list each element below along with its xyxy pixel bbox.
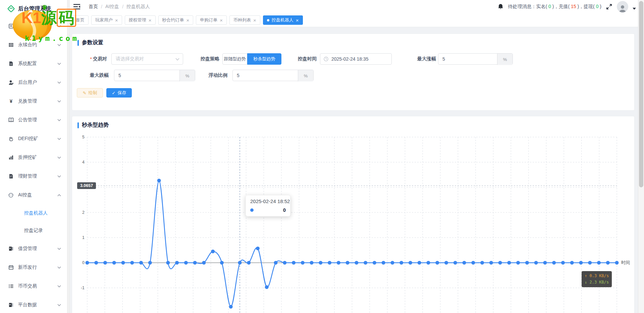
svg-text:时间: 时间 — [621, 260, 630, 265]
svg-text:¥: ¥ — [9, 99, 12, 104]
breadcrumb-ai-control[interactable]: AI控盘 — [105, 4, 119, 10]
network-speed-overlay: ↑ 0.3 KB/s ↓ 2.3 KB/s — [582, 271, 612, 287]
tab-控盘机器人[interactable]: 控盘机器人× — [263, 15, 303, 25]
close-tab-icon[interactable]: × — [220, 18, 223, 23]
chart-card-title: 秒杀型趋势 — [77, 122, 109, 129]
close-tab-icon[interactable]: × — [115, 18, 118, 23]
tab-玩家用户[interactable]: 玩家用户× — [91, 15, 122, 25]
chart-title-text: 秒杀型趋势 — [82, 122, 109, 129]
clock-icon — [324, 57, 328, 61]
sidebar-item-DEFI挖矿[interactable]: DEFI挖矿 — [0, 129, 67, 148]
svg-text:5: 5 — [82, 135, 85, 139]
chevron-down-icon — [57, 25, 61, 27]
max-rise-label: 最大涨幅 — [414, 53, 436, 65]
trend-line-chart[interactable]: 54210-13.0657时间 — [72, 133, 635, 313]
series-dot-icon — [250, 208, 254, 212]
sidebar-item-新币发行[interactable]: 新币发行 — [0, 258, 67, 277]
sidebar-item-系统配置[interactable]: 系统配置 — [0, 54, 67, 73]
breadcrumb-separator: / — [101, 4, 102, 9]
svg-text:0: 0 — [82, 260, 85, 265]
svg-text:3.0657: 3.0657 — [80, 183, 93, 188]
draw-button[interactable]: ✎ 绘制 — [77, 88, 103, 98]
chevron-down-icon — [57, 285, 61, 288]
svg-text:-1: -1 — [81, 286, 85, 290]
close-tab-icon[interactable]: × — [253, 18, 256, 23]
control-time-label: 控盘时间 — [294, 53, 317, 65]
sidebar-item-币币交易[interactable]: 币币交易 — [0, 277, 67, 296]
trading-pair-label: * 交易对 — [82, 53, 107, 65]
title-accent-bar — [77, 122, 79, 128]
breadcrumb-home[interactable]: 首页 — [89, 4, 98, 10]
close-tab-icon[interactable]: × — [186, 18, 190, 23]
active-tab-dot-icon — [267, 19, 269, 21]
top-header: 首页 / AI控盘 / 控盘机器人 待处理消息：实名( 0 )，充值( 15 )… — [70, 0, 644, 13]
chevron-down-icon — [57, 175, 61, 178]
sidebar-item-兑换管理[interactable]: ¥ 兑换管理 — [0, 92, 67, 111]
trading-pair-select[interactable]: 请选择交易对 — [111, 53, 183, 65]
page-scrollbar-thumb[interactable] — [639, 1, 643, 187]
params-card-title: 参数设置 — [77, 39, 103, 46]
tooltip-value: 0 — [283, 207, 286, 213]
sidebar-item-后台用户[interactable]: 后台用户 — [0, 73, 67, 92]
sidebar-item-理财管理[interactable]: 理财管理 — [0, 167, 67, 186]
control-time-value: 2025-02-24 18:35 — [328, 56, 369, 62]
strategy-option-follow[interactable]: 跟随型趋势 — [222, 53, 247, 65]
app-logo-row: 后台管理系统 — [0, 0, 67, 17]
tab-首页[interactable]: 首页 — [72, 15, 89, 25]
sidebar-item-平台数据[interactable]: 平台数据 — [0, 296, 67, 313]
hand-icon — [8, 136, 14, 141]
sidebar-menu: 秒合约管理 永续合约 系统配置 后台用户 ¥ 兑换管理 — [0, 17, 67, 313]
close-tab-icon[interactable]: × — [149, 18, 152, 23]
chevron-down-icon — [175, 56, 179, 62]
upload-speed: ↑ 0.3 KB/s — [585, 273, 609, 279]
avatar[interactable] — [617, 1, 628, 12]
sidebar-subitem-控盘机器人[interactable]: 控盘机器人 — [0, 204, 67, 222]
chevron-down-icon — [57, 81, 61, 84]
tab-秒合约订单[interactable]: 秒合约订单× — [158, 15, 194, 25]
svg-text:1: 1 — [82, 235, 85, 240]
chevron-down-icon — [57, 63, 61, 65]
chevron-down-icon — [57, 119, 61, 121]
sidebar-item-AI控盘[interactable]: AI控盘 — [0, 186, 67, 204]
check-icon: ✓ — [112, 90, 116, 96]
breadcrumb: 首页 / AI控盘 / 控盘机器人 — [89, 4, 150, 10]
svg-text:2: 2 — [82, 210, 85, 215]
user-menu-caret-icon[interactable] — [633, 8, 636, 10]
sidebar-subitem-控盘记录[interactable]: 控盘记录 — [0, 222, 67, 239]
strategy-option-spike[interactable]: 秒杀型趋势 — [247, 53, 281, 65]
tab-授权管理[interactable]: 授权管理× — [125, 15, 156, 25]
chevron-up-icon — [57, 194, 61, 196]
sidebar-item-质押挖矿[interactable]: 质押挖矿 — [0, 148, 67, 167]
chevron-down-icon — [57, 304, 61, 306]
chart-tooltip: 2025-02-24 18:52 0 — [246, 195, 290, 216]
tab-申购订单[interactable]: 申购订单× — [196, 15, 227, 25]
page-scrollbar[interactable] — [638, 0, 644, 313]
control-time-input[interactable]: 2025-02-24 18:35 — [320, 53, 392, 65]
download-speed: ↓ 2.3 KB/s — [585, 279, 609, 286]
save-button[interactable]: ✓ 保存 — [106, 88, 132, 98]
max-rise-field: % — [438, 53, 513, 65]
sidebar-item-公告管理[interactable]: 公告管理 — [0, 111, 67, 129]
close-tab-icon[interactable]: × — [296, 18, 299, 23]
sidebar-item-秒合约管理[interactable]: 秒合约管理 — [0, 17, 67, 36]
chevron-down-icon — [57, 266, 61, 269]
float-ratio-suffix: % — [298, 70, 313, 81]
sidebar-item-借贷管理[interactable]: 借贷管理 — [0, 239, 67, 258]
sidebar-scrollbar[interactable] — [67, 0, 70, 313]
chevron-down-icon — [57, 100, 61, 103]
float-ratio-label: 浮动比例 — [207, 70, 227, 81]
trading-pair-placeholder: 请选择交易对 — [112, 56, 144, 62]
chevron-down-icon — [57, 156, 61, 159]
fullscreen-icon[interactable] — [606, 3, 612, 10]
tab-币种列表[interactable]: 币种列表× — [229, 15, 260, 25]
collapse-menu-icon[interactable] — [73, 4, 80, 10]
bell-icon[interactable] — [498, 4, 503, 10]
max-fall-label: 最大跌幅 — [87, 70, 109, 81]
strategy-toggle-group: 跟随型趋势 秒杀型趋势 — [222, 53, 281, 65]
app-title: 后台管理系统 — [18, 5, 51, 12]
list-icon — [8, 284, 14, 289]
finance-file-icon — [8, 174, 14, 179]
lending-doc-icon — [8, 246, 14, 251]
yen-icon: ¥ — [8, 99, 14, 104]
sidebar-item-永续合约[interactable]: 永续合约 — [0, 36, 67, 54]
